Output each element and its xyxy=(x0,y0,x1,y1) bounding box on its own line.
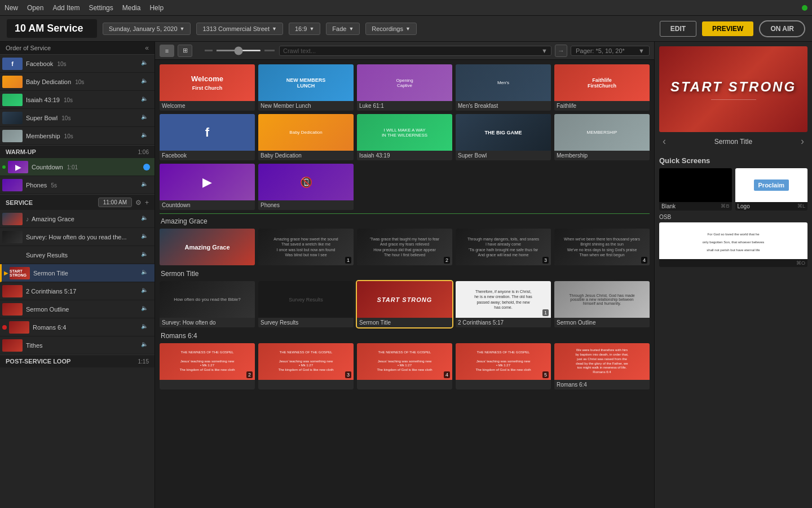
date-picker[interactable]: Sunday, January 5, 2020 ▼ xyxy=(103,23,191,35)
crawl-text-input[interactable]: Crawl text... ▼ xyxy=(279,46,551,56)
section-divider xyxy=(160,213,650,214)
sidebar-item-countdown[interactable]: ▶ Countdown 1:01 xyxy=(0,158,155,176)
warmup-section-header: WARM-UP 1:06 xyxy=(0,145,155,158)
media-card-surveyresults[interactable]: Survey Results Survey Results xyxy=(258,281,354,327)
sidebar-item[interactable]: f Facebook 10s 🔈 xyxy=(0,55,155,73)
speaker-icon: 🔈 xyxy=(141,269,150,278)
media-card-sermonoutline[interactable]: Through Jesus Christ, God has madepossib… xyxy=(554,281,650,327)
media-card-romans-2[interactable]: THE NEWNESS OF THE GOSPELJesus' teaching… xyxy=(160,343,255,389)
media-card-ag-1[interactable]: Amazing grace how sweet the soundThat sa… xyxy=(258,229,354,265)
preview-button[interactable]: PREVIEW xyxy=(702,21,753,36)
media-card-romans-5[interactable]: THE NEWNESS OF THE GOSPELJesus' teaching… xyxy=(456,343,551,389)
media-card-faithlife[interactable]: FaithlifeFirstChurch Faithlife xyxy=(554,64,650,111)
sidebar-collapse-button[interactable]: « xyxy=(145,44,149,52)
sidebar-item-romans[interactable]: Romans 6:4 🔈 xyxy=(0,318,155,336)
zoom-slider[interactable] xyxy=(216,50,261,51)
preview-prev-button[interactable]: ‹ xyxy=(659,134,669,148)
blank-shortcut: ⌘B xyxy=(721,203,729,209)
service-settings-icon[interactable]: ⚙ xyxy=(135,199,142,207)
service-add-icon[interactable]: + xyxy=(145,199,149,207)
ratio-picker[interactable]: 16:9 ▼ xyxy=(289,23,320,35)
media-card-breakfast[interactable]: Men's Men's Breakfast xyxy=(456,64,551,111)
menu-settings[interactable]: Settings xyxy=(89,4,113,12)
sidebar-item-sermonttitle[interactable]: ▶ START STRONG Sermon Title 🔈 xyxy=(0,264,155,282)
quick-screen-blank[interactable]: Blank ⌘B xyxy=(659,168,732,211)
media-card-sermonttitle-selected[interactable]: START STRONG Sermon Title xyxy=(357,281,452,327)
media-card-2cor[interactable]: Therefore, if anyone is in Christ,he is … xyxy=(456,281,551,327)
speaker-icon: 🔈 xyxy=(141,132,150,141)
section-title-romans: Romans 6:4 xyxy=(160,332,650,340)
sidebar-item-sermonoutline[interactable]: Sermon Outline 🔈 xyxy=(0,300,155,318)
sidebar-item[interactable]: Isaiah 43:19 10s 🔈 xyxy=(0,91,155,109)
media-card-babydedication[interactable]: Baby Dedication Baby Dedication xyxy=(258,114,354,160)
speaker-icon: 🔈 xyxy=(141,181,150,190)
sidebar-item-phones[interactable]: Phones 5s 🔈 xyxy=(0,176,155,194)
sidebar-item-amazinggrace[interactable]: ♪ Amazing Grace 🔈 xyxy=(0,210,155,228)
sidebar-item[interactable]: Membership 10s 🔈 xyxy=(0,127,155,145)
header-bar: 10 AM Service Sunday, January 5, 2020 ▼ … xyxy=(0,16,812,42)
media-card-phones[interactable]: 📵 Phones xyxy=(258,164,354,210)
media-card-label: Faithlife xyxy=(554,101,650,111)
sidebar-item-2cor[interactable]: 2 Corinthians 5:17 🔈 xyxy=(0,282,155,300)
sidebar-item[interactable]: Super Bowl 10s 🔈 xyxy=(0,109,155,127)
media-card-ag-2[interactable]: 'Twas grace that taught my heart to fear… xyxy=(357,229,452,265)
speaker-icon: 🔈 xyxy=(141,59,150,68)
media-card-survey[interactable]: How often do you read the Bible? Survey:… xyxy=(160,281,255,327)
media-card-welcome[interactable]: WelcomeFirst Church Welcome xyxy=(160,64,255,111)
quick-screen-logo[interactable]: Proclaim Logo ⌘L xyxy=(735,168,808,211)
media-card-ag-3[interactable]: Through many dangers, toils, and snaresI… xyxy=(456,229,551,265)
media-card-romans-3[interactable]: THE NEWNESS OF THE GOSPELJesus' teaching… xyxy=(258,343,354,389)
pager-dropdown-arrow: ▼ xyxy=(638,47,645,54)
media-card-membership[interactable]: MEMBERSHIP Membership xyxy=(554,114,650,160)
speaker-icon: 🔈 xyxy=(141,95,150,104)
onair-button[interactable]: ON AIR xyxy=(759,20,805,37)
speaker-icon: 🔈 xyxy=(141,323,150,332)
menu-open[interactable]: Open xyxy=(27,4,43,12)
media-card-romans-4[interactable]: THE NEWNESS OF THE GOSPELJesus' teaching… xyxy=(357,343,452,389)
media-card-lunch[interactable]: NEW MEMBERSLUNCH New Member Lunch xyxy=(258,64,354,111)
zoom-max-icon xyxy=(264,50,275,51)
media-card-ag-4[interactable]: When we've been there ten thousand years… xyxy=(554,229,650,265)
menu-additem[interactable]: Add Item xyxy=(52,4,80,12)
speaker-icon: 🔈 xyxy=(141,287,150,296)
order-of-service-label: Order of Service xyxy=(6,45,51,51)
logo-card-footer: Logo ⌘L xyxy=(735,202,808,211)
service-title[interactable]: 10 AM Service xyxy=(7,19,97,38)
recordings-picker[interactable]: Recordings ▼ xyxy=(365,23,417,35)
preview-main-display: START STRONG xyxy=(659,46,807,132)
media-card-countdown[interactable]: ▶ Countdown xyxy=(160,164,255,210)
speaker-icon: 🔈 xyxy=(141,113,150,122)
grid-view-button[interactable]: ⊞ xyxy=(178,45,192,57)
speaker-icon: 🔈 xyxy=(141,214,150,224)
preview-next-button[interactable]: › xyxy=(797,134,807,148)
media-card-romans-title[interactable]: We were buried therefore with himby bapt… xyxy=(554,343,650,389)
quick-screen-osb[interactable]: For God so loved the world that heonly b… xyxy=(659,222,807,267)
sidebar-item-tithes[interactable]: Tithes 🔈 xyxy=(0,336,155,354)
sidebar-item[interactable]: Baby Dedication 10s 🔈 xyxy=(0,73,155,91)
edit-button[interactable]: EDIT xyxy=(660,21,696,37)
media-card-superbowl[interactable]: THE BIG GAME Super Bowl xyxy=(456,114,551,160)
logo-screen-preview: Proclaim xyxy=(735,168,808,202)
sidebar-item-surveyresults[interactable]: Survey Results 🔈 xyxy=(0,246,155,264)
pager-input[interactable]: Pager: *5, 10, 20* ▼ xyxy=(571,46,650,56)
media-card-isaiah[interactable]: I WILL MAKE A WAYIN THE WILDERNESS Isaia… xyxy=(357,114,452,160)
romans-grid: THE NEWNESS OF THE GOSPELJesus' teaching… xyxy=(160,343,650,389)
menu-bar: New Open Add Item Settings Media Help xyxy=(0,0,812,16)
location-picker[interactable]: 1313 Commercial Street ▼ xyxy=(196,23,283,35)
send-button[interactable]: → xyxy=(555,45,567,57)
menu-help[interactable]: Help xyxy=(149,4,164,12)
speaker-icon: 🔈 xyxy=(141,305,150,314)
media-card-label: Baby Dedication xyxy=(258,151,354,160)
sidebar-item-survey[interactable]: Survey: How often do you read the... 🔈 xyxy=(0,228,155,246)
quick-screens-grid: Blank ⌘B Proclaim Logo ⌘L xyxy=(659,168,807,211)
transition-picker[interactable]: Fade ▼ xyxy=(326,23,360,35)
media-card-ag-title[interactable]: Amazing Grace xyxy=(160,229,255,265)
menu-media[interactable]: Media xyxy=(122,4,141,12)
media-card-label: New Member Lunch xyxy=(258,101,354,111)
menu-new[interactable]: New xyxy=(5,4,18,12)
main-area: Order of Service « f Facebook 10s 🔈 Baby… xyxy=(0,42,812,508)
media-card-luke[interactable]: OpeningCaptive Luke 61:1 xyxy=(357,64,452,111)
list-view-button[interactable]: ≡ xyxy=(160,45,174,57)
media-card-label: Luke 61:1 xyxy=(357,101,452,111)
media-card-facebook[interactable]: f Facebook xyxy=(160,114,255,160)
